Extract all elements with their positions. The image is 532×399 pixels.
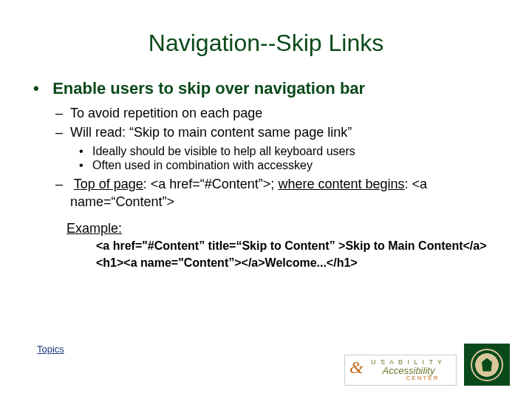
code-line-2: <h1><a name="Content”></a>Welcome...</h1…: [96, 255, 495, 271]
sub-item-3: Top of page: <a href=“#Content”>; where …: [70, 175, 495, 211]
example-label: Example:: [66, 221, 495, 236]
sub3-part-a: Top of page: [74, 177, 143, 191]
msu-logo: [464, 344, 510, 386]
example-block: Example: <a href="#Content” title=“Skip …: [66, 221, 495, 271]
bullet-main: Enable users to skip over navigation bar…: [48, 79, 495, 211]
bullet-list: Enable users to skip over navigation bar…: [37, 79, 495, 211]
subsub-item-2: Often used in combination with accesskey: [92, 159, 495, 172]
subsub-item-1: Ideally should be visible to help all ke…: [92, 145, 495, 158]
topics-link[interactable]: Topics: [37, 344, 64, 355]
sub3-part-b: : <a href=“#Content”>;: [143, 177, 279, 191]
slide-title: Navigation--Skip Links: [37, 30, 495, 57]
msu-seal-icon: [471, 349, 503, 381]
bullet-main-text: Enable users to skip over navigation bar: [52, 79, 365, 98]
code-lines: <a href="#Content” title=“Skip to Conten…: [96, 238, 495, 271]
usability-accessibility-logo: & U S A B I L I T Y Accessibility CENTER: [344, 355, 457, 386]
ampersand-icon: &: [349, 358, 364, 376]
sub-item-1: To avoid repetition on each page: [70, 104, 495, 122]
subsublist: Ideally should be visible to help all ke…: [70, 145, 495, 172]
logo-ua-line3: CENTER: [406, 375, 440, 381]
sub-item-2: Will read: “Skip to main content same pa…: [70, 123, 495, 141]
slide-body: Navigation--Skip Links Enable users to s…: [0, 0, 532, 271]
footer-logos: & U S A B I L I T Y Accessibility CENTER: [344, 344, 510, 386]
sublist: To avoid repetition on each page Will re…: [48, 104, 495, 211]
sub3-part-c: where content begins: [278, 177, 404, 191]
code-line-1: <a href="#Content” title=“Skip to Conten…: [96, 238, 495, 254]
